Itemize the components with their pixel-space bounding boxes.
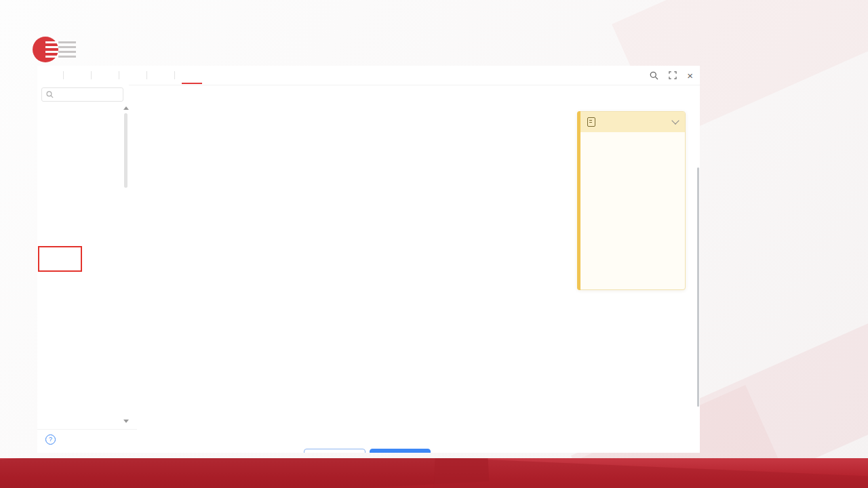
primary-button[interactable] bbox=[370, 449, 431, 453]
annotation-highlight-box bbox=[38, 246, 82, 272]
chanjet-logo-mark-icon bbox=[33, 35, 73, 65]
search-input[interactable] bbox=[41, 87, 123, 102]
search-icon[interactable] bbox=[650, 71, 658, 80]
bottom-band bbox=[0, 458, 868, 488]
tab-sales-delivery[interactable] bbox=[101, 66, 109, 84]
content-scrollbar[interactable] bbox=[697, 167, 699, 407]
tab-separator bbox=[146, 71, 147, 79]
tab-other-delivery[interactable] bbox=[129, 66, 137, 84]
sidebar-help[interactable] bbox=[37, 429, 137, 449]
tab-outsource-material[interactable] bbox=[157, 66, 165, 84]
tab-sales-order[interactable] bbox=[73, 66, 81, 84]
search-icon bbox=[46, 91, 54, 98]
logo-stripes-icon bbox=[58, 41, 76, 59]
scroll-down-icon[interactable] bbox=[123, 420, 129, 423]
sidebar-nav bbox=[37, 122, 125, 447]
options-top bbox=[139, 85, 700, 91]
tab-separator bbox=[91, 71, 92, 79]
tab-separator bbox=[119, 71, 119, 79]
tab-options-settings[interactable] bbox=[184, 66, 199, 84]
tab-separator bbox=[63, 71, 64, 79]
secondary-button[interactable] bbox=[304, 449, 366, 453]
slide: × bbox=[0, 0, 868, 488]
panel-header[interactable] bbox=[578, 112, 685, 132]
logo-stripes-icon bbox=[45, 41, 58, 59]
scrollbar-thumb[interactable] bbox=[124, 113, 127, 188]
tab-my-desktop[interactable] bbox=[45, 66, 54, 84]
tab-separator bbox=[174, 71, 175, 79]
panel-body bbox=[578, 132, 685, 137]
window-controls: × bbox=[650, 66, 693, 85]
band-shade bbox=[433, 458, 868, 488]
tab-bar: × bbox=[37, 66, 700, 85]
scroll-up-icon[interactable] bbox=[123, 106, 129, 110]
sidebar-scrollbar[interactable] bbox=[123, 105, 129, 426]
fullscreen-icon[interactable] bbox=[669, 71, 677, 79]
close-icon[interactable]: × bbox=[687, 70, 693, 81]
chevron-down-icon[interactable] bbox=[671, 117, 679, 124]
panel-accent-bar bbox=[577, 111, 580, 290]
document-icon bbox=[587, 117, 595, 127]
help-icon bbox=[45, 434, 56, 445]
help-panel bbox=[577, 111, 686, 290]
band-shade bbox=[0, 458, 489, 488]
